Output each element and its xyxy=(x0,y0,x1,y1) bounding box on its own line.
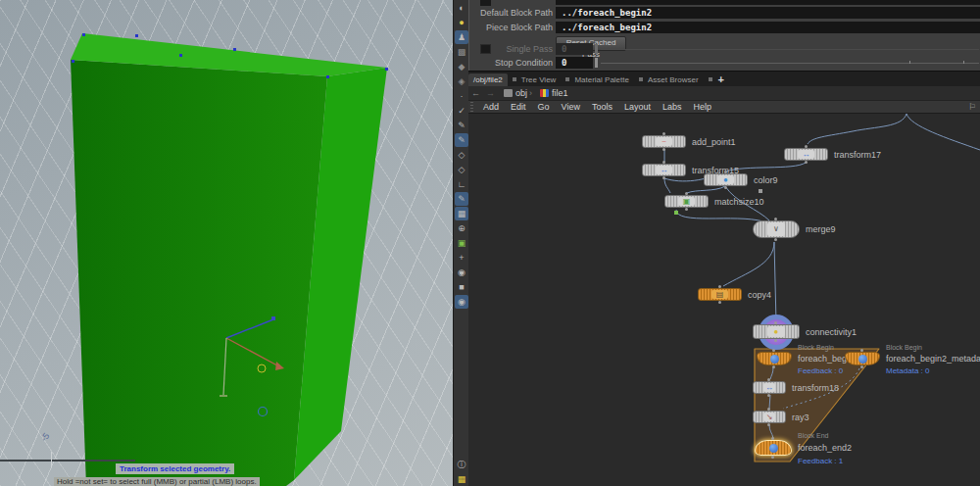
node-label-transform17: transform17 xyxy=(834,150,881,160)
tab-label: Material Palette xyxy=(574,75,629,84)
quad-view-icon[interactable]: ▦ xyxy=(455,472,468,486)
transform17-type-icon: ↔ xyxy=(798,150,814,159)
node-wire[interactable] xyxy=(808,114,906,144)
node-color9[interactable]: ● xyxy=(704,173,748,186)
menu-edit[interactable]: Edit xyxy=(505,102,532,112)
node-feedback-label-foreach_begin2: Feedback : 0 xyxy=(798,366,843,375)
color9-type-icon: ● xyxy=(717,175,734,184)
viewport-3d[interactable]: -5 Transform selected geometry. Hold =no… xyxy=(0,0,453,486)
menubar-drag-handle[interactable] xyxy=(470,102,473,112)
menu-view[interactable]: View xyxy=(556,102,586,112)
node-transform18[interactable]: ↔ xyxy=(753,381,786,394)
stop-condition-slider-track[interactable] xyxy=(601,63,979,64)
node-foreach_begin2_metadata1[interactable] xyxy=(845,352,880,365)
node-merge9[interactable]: ∨ xyxy=(753,220,800,238)
pane-tab-tree-view[interactable]: Tree View xyxy=(516,73,562,87)
node-connectivity1[interactable]: ● xyxy=(753,324,800,339)
node-label-ray3: ray3 xyxy=(792,413,809,422)
clipped-field[interactable] xyxy=(556,0,980,5)
node-transform15[interactable]: ↔ xyxy=(642,164,686,176)
default-block-path-label: Default Block Path xyxy=(469,7,553,19)
menu-labs[interactable]: Labs xyxy=(657,102,688,112)
back-arrow-icon[interactable]: ← xyxy=(468,88,483,98)
line-tool-icon[interactable]: ✎ xyxy=(455,119,468,132)
snap-icon[interactable]: ⊕ xyxy=(455,221,468,235)
obj-context-icon xyxy=(504,89,513,97)
box-front-face xyxy=(71,60,327,486)
materials-icon[interactable]: ◆ xyxy=(455,60,468,73)
node-add_point1[interactable]: ~ xyxy=(642,135,686,148)
node-block-tag-foreach_begin2_metadata1: Block Begin xyxy=(886,344,922,351)
lightbulb-icon[interactable]: ● xyxy=(455,16,468,29)
piece-block-path-field[interactable]: ../foreach_begin2 xyxy=(556,22,980,33)
node-ray3[interactable]: ↘ xyxy=(753,411,786,423)
point-marker xyxy=(72,60,74,63)
pane-tab-asset-browser[interactable]: Asset Browser xyxy=(643,73,704,87)
forward-arrow-icon[interactable]: → xyxy=(483,88,498,98)
node-label-add_point1: add_point1 xyxy=(692,137,736,147)
node-wire[interactable] xyxy=(687,186,725,193)
node-wire[interactable] xyxy=(676,210,763,221)
default-block-path-field[interactable]: ../foreach_begin2 xyxy=(556,7,980,19)
stop-condition-label: Stop Condition xyxy=(469,57,553,69)
menu-help[interactable]: Help xyxy=(687,102,717,112)
new-tab-button[interactable]: + xyxy=(712,73,730,85)
viewport-geometry xyxy=(0,0,453,486)
disc-icon[interactable]: ◉ xyxy=(455,266,468,279)
node-label-foreach_end2: foreach_end2 xyxy=(798,443,852,453)
edit-mode-icon[interactable]: ✎ xyxy=(455,133,468,147)
file-node-icon xyxy=(540,89,549,97)
objects-icon[interactable]: ◈ xyxy=(455,74,468,88)
group-box-icon[interactable]: ▣ xyxy=(455,236,468,250)
node-foreach_begin2[interactable] xyxy=(757,352,792,365)
node-copy4[interactable]: ▤ xyxy=(698,288,742,301)
copy4-type-icon: ▤ xyxy=(711,290,728,299)
node-label-copy4: copy4 xyxy=(748,290,771,300)
breadcrumb-node[interactable]: file1 xyxy=(552,88,568,98)
menu-tools[interactable]: Tools xyxy=(586,102,618,112)
node-label-color9: color9 xyxy=(754,175,778,185)
single-pass-field[interactable]: 0 xyxy=(556,43,593,55)
view-pin-icon[interactable]: ◉ xyxy=(455,295,468,309)
menu-items: AddEditGoViewToolsLayoutLabsHelp xyxy=(477,102,717,112)
node-wire[interactable] xyxy=(664,178,670,193)
clipped-checkbox[interactable] xyxy=(480,0,491,6)
single-pass-slider[interactable] xyxy=(595,44,598,54)
high-quality-shading-icon[interactable]: ▩ xyxy=(455,45,468,59)
node-wire[interactable] xyxy=(774,242,776,322)
handle-icon[interactable]: ◇ xyxy=(455,148,468,162)
node-transform17[interactable]: ↔ xyxy=(784,148,828,161)
select-mode-icon[interactable]: ✓ xyxy=(455,104,468,118)
node-matchsize10[interactable]: ▣ xyxy=(664,195,709,208)
brush-icon[interactable]: ✎ xyxy=(455,192,468,206)
pin-icon[interactable]: ⚐ xyxy=(968,102,980,112)
node-wire[interactable] xyxy=(723,242,774,286)
headlight-icon[interactable]: ♟ xyxy=(455,30,468,44)
network-breadcrumb-bar: ← → obj › file1 xyxy=(468,86,980,100)
menu-go[interactable]: Go xyxy=(532,102,556,112)
axes-icon[interactable]: + xyxy=(455,251,468,265)
pane-tab-material-palette[interactable]: Material Palette xyxy=(569,73,634,87)
menu-add[interactable]: Add xyxy=(477,102,505,112)
single-pass-slider-track[interactable] xyxy=(601,49,979,50)
texture-view-icon[interactable]: ▦ xyxy=(455,207,468,220)
camera-icon[interactable]: ■ xyxy=(455,280,468,294)
point-marker xyxy=(326,75,329,78)
network-menu-bar: AddEditGoViewToolsLayoutLabsHelp ⚐ xyxy=(468,100,980,114)
pane-tab--obj-file2[interactable]: /obj/file2 xyxy=(468,73,508,87)
node-foreach_end2[interactable] xyxy=(755,440,792,456)
stop-condition-field[interactable]: 0 xyxy=(556,57,593,69)
network-editor[interactable]: ~add_point1↔transform15↔transform17●colo… xyxy=(468,114,980,486)
handle-alt-icon[interactable]: ◇ xyxy=(455,163,468,176)
node-wire[interactable] xyxy=(906,114,980,150)
shaded-view-icon[interactable]: ◐ xyxy=(455,1,468,15)
node-label-connectivity1: connectivity1 xyxy=(806,327,857,337)
menu-layout[interactable]: Layout xyxy=(618,102,657,112)
stop-condition-slider[interactable] xyxy=(595,58,598,68)
ruler-icon[interactable]: ∟ xyxy=(455,177,468,191)
point-marker xyxy=(385,68,388,71)
tab-label: Asset Browser xyxy=(648,75,699,84)
breadcrumb-root[interactable]: obj xyxy=(515,88,527,98)
info-icon[interactable]: ⓘ xyxy=(455,458,468,471)
divider-dot-icon[interactable]: · xyxy=(455,89,468,103)
